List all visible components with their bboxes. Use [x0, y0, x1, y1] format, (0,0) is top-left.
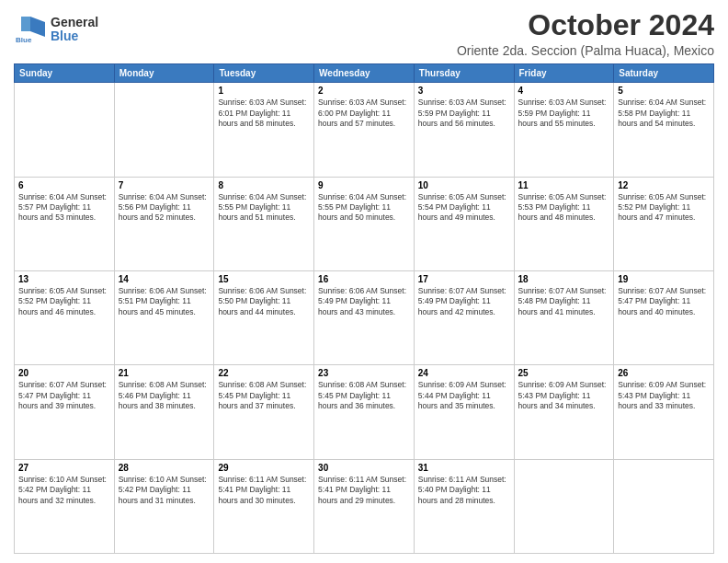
day-number: 14 — [119, 274, 210, 284]
day-info: Sunrise: 6:08 AM Sunset: 5:45 PM Dayligh… — [318, 380, 410, 411]
day-info: Sunrise: 6:10 AM Sunset: 5:42 PM Dayligh… — [119, 475, 210, 506]
day-number: 21 — [119, 368, 210, 378]
calendar-cell — [114, 83, 214, 177]
calendar-cell: 11Sunrise: 6:05 AM Sunset: 5:53 PM Dayli… — [514, 177, 614, 270]
col-wednesday: Wednesday — [314, 64, 415, 83]
day-number: 3 — [418, 86, 510, 96]
calendar-cell: 20Sunrise: 6:07 AM Sunset: 5:47 PM Dayli… — [15, 365, 115, 459]
calendar-cell: 6Sunrise: 6:04 AM Sunset: 5:57 PM Daylig… — [15, 177, 115, 270]
calendar-cell: 2Sunrise: 6:03 AM Sunset: 6:00 PM Daylig… — [314, 83, 415, 177]
calendar-cell: 16Sunrise: 6:06 AM Sunset: 5:49 PM Dayli… — [314, 270, 415, 364]
day-number: 7 — [119, 180, 210, 190]
calendar-cell: 25Sunrise: 6:09 AM Sunset: 5:43 PM Dayli… — [514, 365, 614, 459]
calendar-body: 1Sunrise: 6:03 AM Sunset: 6:01 PM Daylig… — [15, 83, 714, 554]
calendar-cell: 4Sunrise: 6:03 AM Sunset: 5:59 PM Daylig… — [514, 83, 614, 177]
day-info: Sunrise: 6:06 AM Sunset: 5:49 PM Dayligh… — [318, 286, 410, 317]
day-number: 11 — [518, 180, 610, 190]
calendar-cell: 14Sunrise: 6:06 AM Sunset: 5:51 PM Dayli… — [114, 270, 214, 364]
calendar-cell: 7Sunrise: 6:04 AM Sunset: 5:56 PM Daylig… — [114, 177, 214, 270]
day-number: 4 — [518, 86, 610, 96]
day-info: Sunrise: 6:09 AM Sunset: 5:43 PM Dayligh… — [618, 380, 710, 411]
calendar-cell: 26Sunrise: 6:09 AM Sunset: 5:43 PM Dayli… — [614, 365, 714, 459]
day-number: 15 — [218, 274, 310, 284]
day-info: Sunrise: 6:11 AM Sunset: 5:40 PM Dayligh… — [418, 475, 510, 506]
day-info: Sunrise: 6:04 AM Sunset: 5:55 PM Dayligh… — [318, 192, 410, 224]
week-row-5: 27Sunrise: 6:10 AM Sunset: 5:42 PM Dayli… — [15, 459, 714, 553]
calendar-table: Sunday Monday Tuesday Wednesday Thursday… — [14, 63, 714, 554]
page: Blue General Blue October 2024 Oriente 2… — [0, 0, 728, 563]
calendar-cell: 19Sunrise: 6:07 AM Sunset: 5:47 PM Dayli… — [614, 270, 714, 364]
col-sunday: Sunday — [15, 64, 115, 83]
subtitle: Oriente 2da. Seccion (Palma Huaca), Mexi… — [457, 43, 714, 58]
day-info: Sunrise: 6:11 AM Sunset: 5:41 PM Dayligh… — [218, 475, 310, 506]
calendar-cell: 13Sunrise: 6:05 AM Sunset: 5:52 PM Dayli… — [15, 270, 115, 364]
day-number: 2 — [318, 86, 410, 96]
day-info: Sunrise: 6:05 AM Sunset: 5:53 PM Dayligh… — [518, 192, 610, 224]
calendar-cell: 30Sunrise: 6:11 AM Sunset: 5:41 PM Dayli… — [314, 459, 415, 553]
main-title: October 2024 — [457, 9, 714, 41]
day-info: Sunrise: 6:04 AM Sunset: 5:57 PM Dayligh… — [18, 192, 110, 224]
col-tuesday: Tuesday — [214, 64, 314, 83]
day-number: 31 — [418, 463, 510, 473]
day-info: Sunrise: 6:07 AM Sunset: 5:49 PM Dayligh… — [418, 286, 510, 317]
calendar-cell: 28Sunrise: 6:10 AM Sunset: 5:42 PM Dayli… — [114, 459, 214, 553]
col-thursday: Thursday — [414, 64, 514, 83]
logo-icon: Blue — [14, 13, 47, 46]
day-number: 22 — [218, 368, 310, 378]
week-row-1: 1Sunrise: 6:03 AM Sunset: 6:01 PM Daylig… — [15, 83, 714, 177]
day-info: Sunrise: 6:11 AM Sunset: 5:41 PM Dayligh… — [318, 475, 410, 506]
day-info: Sunrise: 6:07 AM Sunset: 5:48 PM Dayligh… — [518, 286, 610, 317]
day-number: 25 — [518, 368, 610, 378]
day-number: 1 — [218, 86, 310, 96]
logo-blue-text: Blue — [51, 29, 98, 43]
day-info: Sunrise: 6:04 AM Sunset: 5:55 PM Dayligh… — [218, 192, 310, 224]
calendar-cell: 18Sunrise: 6:07 AM Sunset: 5:48 PM Dayli… — [514, 270, 614, 364]
day-number: 13 — [18, 274, 110, 284]
calendar-cell: 8Sunrise: 6:04 AM Sunset: 5:55 PM Daylig… — [214, 177, 314, 270]
calendar-cell: 27Sunrise: 6:10 AM Sunset: 5:42 PM Dayli… — [15, 459, 115, 553]
calendar-cell: 12Sunrise: 6:05 AM Sunset: 5:52 PM Dayli… — [614, 177, 714, 270]
header-row: Sunday Monday Tuesday Wednesday Thursday… — [15, 64, 714, 83]
col-friday: Friday — [514, 64, 614, 83]
logo-general-text: General — [51, 16, 98, 29]
calendar-cell: 9Sunrise: 6:04 AM Sunset: 5:55 PM Daylig… — [314, 177, 415, 270]
day-info: Sunrise: 6:07 AM Sunset: 5:47 PM Dayligh… — [18, 380, 110, 411]
day-number: 20 — [18, 368, 110, 378]
day-info: Sunrise: 6:05 AM Sunset: 5:54 PM Dayligh… — [418, 192, 510, 224]
calendar-cell — [15, 83, 115, 177]
week-row-3: 13Sunrise: 6:05 AM Sunset: 5:52 PM Dayli… — [15, 270, 714, 364]
day-info: Sunrise: 6:03 AM Sunset: 6:00 PM Dayligh… — [318, 98, 410, 129]
svg-marker-2 — [21, 17, 30, 31]
day-info: Sunrise: 6:03 AM Sunset: 6:01 PM Dayligh… — [218, 98, 310, 129]
day-number: 29 — [218, 463, 310, 473]
day-number: 9 — [318, 180, 410, 190]
col-monday: Monday — [114, 64, 214, 83]
day-info: Sunrise: 6:08 AM Sunset: 5:46 PM Dayligh… — [119, 380, 210, 411]
day-info: Sunrise: 6:03 AM Sunset: 5:59 PM Dayligh… — [418, 98, 510, 129]
calendar-cell: 17Sunrise: 6:07 AM Sunset: 5:49 PM Dayli… — [414, 270, 514, 364]
calendar-cell — [514, 459, 614, 553]
calendar-cell: 1Sunrise: 6:03 AM Sunset: 6:01 PM Daylig… — [214, 83, 314, 177]
day-info: Sunrise: 6:09 AM Sunset: 5:44 PM Dayligh… — [418, 380, 510, 411]
calendar-cell: 31Sunrise: 6:11 AM Sunset: 5:40 PM Dayli… — [414, 459, 514, 553]
week-row-4: 20Sunrise: 6:07 AM Sunset: 5:47 PM Dayli… — [15, 365, 714, 459]
day-info: Sunrise: 6:06 AM Sunset: 5:50 PM Dayligh… — [218, 286, 310, 317]
day-number: 27 — [18, 463, 110, 473]
calendar-cell: 29Sunrise: 6:11 AM Sunset: 5:41 PM Dayli… — [214, 459, 314, 553]
svg-text:Blue: Blue — [16, 36, 32, 44]
day-number: 28 — [119, 463, 210, 473]
day-info: Sunrise: 6:04 AM Sunset: 5:56 PM Dayligh… — [119, 192, 210, 224]
day-info: Sunrise: 6:06 AM Sunset: 5:51 PM Dayligh… — [119, 286, 210, 317]
day-info: Sunrise: 6:04 AM Sunset: 5:58 PM Dayligh… — [618, 98, 710, 129]
calendar-cell: 10Sunrise: 6:05 AM Sunset: 5:54 PM Dayli… — [414, 177, 514, 270]
day-info: Sunrise: 6:10 AM Sunset: 5:42 PM Dayligh… — [18, 475, 110, 506]
day-info: Sunrise: 6:08 AM Sunset: 5:45 PM Dayligh… — [218, 380, 310, 411]
day-number: 23 — [318, 368, 410, 378]
calendar-cell: 23Sunrise: 6:08 AM Sunset: 5:45 PM Dayli… — [314, 365, 415, 459]
week-row-2: 6Sunrise: 6:04 AM Sunset: 5:57 PM Daylig… — [15, 177, 714, 270]
day-info: Sunrise: 6:03 AM Sunset: 5:59 PM Dayligh… — [518, 98, 610, 129]
day-number: 26 — [618, 368, 710, 378]
day-info: Sunrise: 6:09 AM Sunset: 5:43 PM Dayligh… — [518, 380, 610, 411]
calendar-cell: 21Sunrise: 6:08 AM Sunset: 5:46 PM Dayli… — [114, 365, 214, 459]
logo: Blue General Blue — [14, 13, 98, 46]
